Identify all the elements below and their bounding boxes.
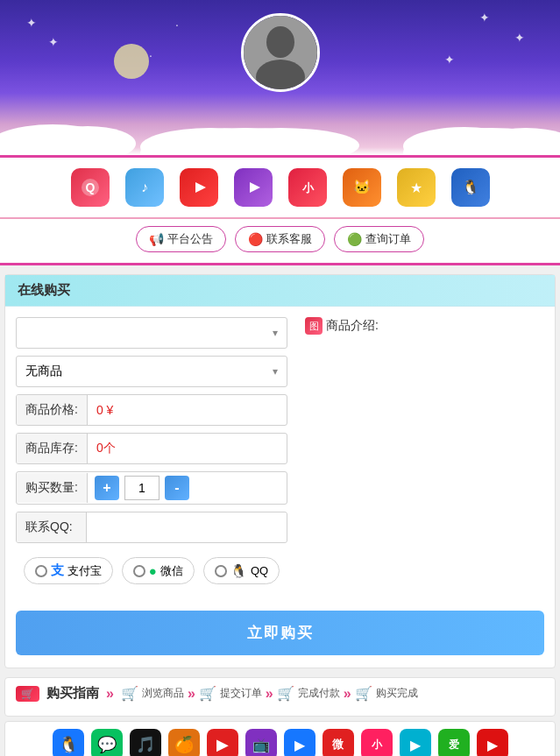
star-deco-7: · bbox=[149, 48, 152, 62]
step3-icon: 🛒 bbox=[277, 685, 294, 702]
star-deco-6: · bbox=[175, 18, 179, 32]
order-query-button[interactable]: 🟢 查询订单 bbox=[334, 226, 424, 252]
guide-section: 🛒 购买指南 » 🛒 浏览商品 » 🛒 提交订单 » 🛒 完成付款 » 🛒 购买… bbox=[4, 677, 556, 717]
payment-wechat[interactable]: ● 微信 bbox=[122, 557, 195, 584]
bottom-app-orange[interactable]: 🍊 bbox=[168, 729, 200, 756]
guide-title-icon: 🛒 bbox=[16, 686, 39, 702]
bottom-app-iqiyi[interactable]: 爱 bbox=[438, 729, 470, 756]
app-icon-listen[interactable]: ♪ bbox=[125, 168, 164, 207]
stock-row: 商品库存: 0个 bbox=[16, 433, 287, 464]
stock-value: 0个 bbox=[88, 434, 287, 463]
left-panel: ▾ 无商品 ▾ 商品价格: 0 ¥ 商品库存: 0个 购买数量: + bbox=[16, 317, 287, 591]
bottom-app-wechat[interactable]: 💬 bbox=[91, 729, 123, 756]
guide-arrow-deco: » bbox=[106, 686, 114, 702]
avatar bbox=[241, 13, 320, 92]
guide-step-3: 🛒 完成付款 bbox=[277, 685, 340, 702]
intro-icon: 图 bbox=[305, 317, 323, 335]
step4-label: 购买完成 bbox=[376, 686, 418, 701]
dropdown-arrow-1: ▾ bbox=[273, 327, 278, 339]
arrow-1: » bbox=[188, 686, 195, 702]
bottom-app-cyan[interactable]: ▶ bbox=[400, 729, 431, 756]
bottom-app-red2[interactable]: ▶ bbox=[477, 729, 508, 756]
payment-alipay[interactable]: 支 支付宝 bbox=[24, 557, 113, 584]
qq-label: 联系QQ: bbox=[17, 512, 87, 542]
announcement-button[interactable]: 📢 平台公告 bbox=[136, 226, 226, 252]
qq-input[interactable] bbox=[87, 513, 287, 541]
app-icons-row: Q ♪ 小 🐱 ★ 🐧 bbox=[0, 158, 560, 219]
main-content: 在线购买 ▾ 无商品 ▾ 商品价格: 0 ¥ 商品库存: 0个 bbox=[4, 274, 556, 668]
step1-icon: 🛒 bbox=[121, 685, 138, 702]
announcement-label: 平台公告 bbox=[167, 231, 213, 247]
moon-decoration bbox=[114, 44, 149, 79]
guide-step-2: 🛒 提交订单 bbox=[199, 685, 262, 702]
section-title: 在线购买 bbox=[18, 282, 70, 297]
arrow-3: » bbox=[344, 686, 351, 702]
svg-text:♪: ♪ bbox=[141, 180, 148, 194]
section-header: 在线购买 bbox=[5, 275, 555, 307]
purchase-area: ▾ 无商品 ▾ 商品价格: 0 ¥ 商品库存: 0个 购买数量: + bbox=[5, 307, 555, 602]
guide-step-1: 🛒 浏览商品 bbox=[121, 685, 184, 702]
app-icon-star[interactable]: ★ bbox=[397, 168, 436, 207]
wechat-radio bbox=[133, 565, 145, 577]
bottom-app-tiktok[interactable]: 🎵 bbox=[130, 729, 161, 756]
category-dropdown[interactable]: ▾ bbox=[16, 317, 287, 349]
product-intro-label: 商品介绍: bbox=[326, 318, 379, 334]
product-dropdown-value: 无商品 bbox=[25, 364, 62, 379]
buy-button[interactable]: 立即购买 bbox=[16, 611, 544, 655]
qq-pay-icon: 🐧 bbox=[230, 563, 247, 579]
qq-radio bbox=[215, 565, 227, 577]
product-intro-header: 图 商品介绍: bbox=[305, 317, 544, 335]
svg-point-1 bbox=[266, 26, 294, 58]
product-dropdown[interactable]: 无商品 ▾ bbox=[16, 356, 287, 387]
bottom-app-red[interactable]: ▶ bbox=[207, 729, 238, 756]
customer-service-icon: 🔴 bbox=[248, 232, 263, 246]
star-deco-1: ✦ bbox=[26, 16, 37, 30]
bottom-app-purple[interactable]: 📺 bbox=[245, 729, 277, 756]
bottom-app-qq[interactable]: 🐧 bbox=[53, 729, 84, 756]
step2-label: 提交订单 bbox=[220, 686, 262, 701]
wechat-icon: ● bbox=[149, 563, 157, 578]
bottom-apps: 🐧 💬 🎵 🍊 ▶ 📺 ▶ 微 小 ▶ 爱 ▶ bbox=[4, 721, 556, 756]
qty-plus-button[interactable]: + bbox=[95, 476, 119, 500]
bottom-app-weibo[interactable]: 微 bbox=[323, 729, 354, 756]
qty-controls: + - bbox=[88, 472, 196, 504]
guide-header: 🛒 购买指南 » 🛒 浏览商品 » 🛒 提交订单 » 🛒 完成付款 » 🛒 购买… bbox=[16, 685, 544, 702]
svg-text:🐱: 🐱 bbox=[353, 179, 371, 195]
stock-label: 商品库存: bbox=[17, 434, 88, 463]
action-buttons: 📢 平台公告 🔴 联系客服 🟢 查询订单 bbox=[0, 219, 560, 265]
header-banner: ✦ ✦ ✦ ✦ ✦ · · bbox=[0, 0, 560, 158]
alipay-radio bbox=[35, 565, 47, 577]
bottom-app-blue2[interactable]: ▶ bbox=[284, 729, 315, 756]
price-label: 商品价格: bbox=[17, 395, 88, 425]
svg-text:Q: Q bbox=[85, 180, 95, 194]
step4-icon: 🛒 bbox=[355, 685, 372, 702]
app-icon-tv[interactable] bbox=[234, 168, 273, 207]
order-query-icon: 🟢 bbox=[347, 232, 362, 246]
order-query-label: 查询订单 bbox=[365, 231, 411, 247]
dropdown-arrow-2: ▾ bbox=[273, 365, 278, 378]
app-icon-video[interactable] bbox=[180, 168, 218, 207]
app-icon-cat[interactable]: 🐱 bbox=[343, 168, 381, 207]
svg-text:★: ★ bbox=[410, 180, 422, 195]
guide-step-4: 🛒 购买完成 bbox=[355, 685, 418, 702]
app-icon-xiaohongshu[interactable]: 小 bbox=[288, 168, 327, 207]
qty-minus-button[interactable]: - bbox=[165, 476, 189, 500]
qty-label: 购买数量: bbox=[17, 473, 88, 503]
app-icon-qq[interactable]: 🐧 bbox=[451, 168, 490, 207]
app-icon-qzone[interactable]: Q bbox=[71, 168, 110, 207]
customer-service-label: 联系客服 bbox=[266, 231, 312, 247]
bottom-app-xhs[interactable]: 小 bbox=[361, 729, 393, 756]
payment-qq[interactable]: 🐧 QQ bbox=[203, 557, 280, 584]
svg-marker-16 bbox=[250, 182, 260, 193]
avatar-image bbox=[244, 16, 317, 89]
step3-label: 完成付款 bbox=[298, 686, 340, 701]
right-panel: 图 商品介绍: bbox=[298, 317, 544, 591]
qty-input[interactable] bbox=[124, 476, 159, 500]
guide-title: 购买指南 bbox=[46, 685, 99, 702]
qq-pay-label: QQ bbox=[251, 564, 268, 577]
qq-row: 联系QQ: bbox=[16, 512, 287, 543]
alipay-icon: 支 bbox=[51, 562, 64, 579]
step1-label: 浏览商品 bbox=[142, 686, 184, 701]
customer-service-button[interactable]: 🔴 联系客服 bbox=[235, 226, 325, 252]
alipay-label: 支付宝 bbox=[67, 563, 102, 579]
